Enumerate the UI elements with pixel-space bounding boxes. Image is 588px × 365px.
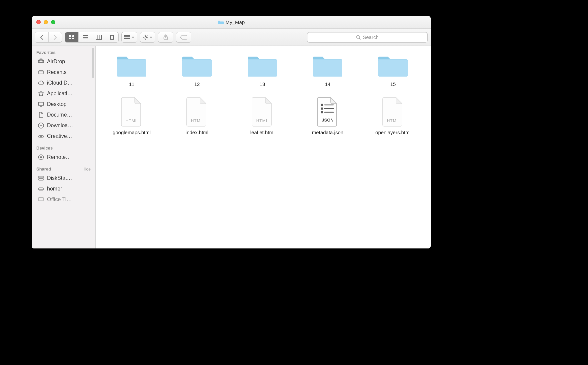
icon-view-button[interactable]: [65, 32, 78, 42]
finder-window: My_Map: [32, 16, 431, 248]
desktop-icon: [38, 101, 44, 108]
svg-rect-46: [117, 60, 146, 77]
svg-text:HTML: HTML: [191, 119, 203, 123]
sidebar-item-applications[interactable]: Applicati…: [32, 88, 95, 99]
sidebar-item-diskstation[interactable]: DiskStat…: [32, 173, 95, 183]
svg-line-27: [144, 38, 145, 39]
recents-icon: [38, 69, 44, 76]
item-label: index.html: [186, 130, 208, 135]
window-body: Favorites AirDrop Recents iCloud D…: [32, 46, 431, 248]
svg-rect-32: [39, 71, 43, 74]
sidebar-item-documents[interactable]: Docume…: [32, 110, 95, 120]
applications-icon: [38, 90, 44, 97]
svg-rect-2: [69, 38, 71, 39]
content-area[interactable]: 11 12 13 14 15 HTML googlemaps.html HTML…: [96, 46, 431, 248]
svg-text:HTML: HTML: [256, 119, 269, 123]
html-file-icon: HTML: [381, 97, 405, 127]
sidebar-item-remote-disc[interactable]: Remote…: [32, 152, 95, 163]
forward-button[interactable]: [48, 32, 62, 42]
item-label: openlayers.html: [375, 130, 411, 135]
html-file-icon: HTML: [185, 97, 209, 127]
sidebar-hide-button[interactable]: Hide: [82, 167, 91, 172]
svg-rect-0: [69, 35, 71, 37]
back-button[interactable]: [35, 32, 48, 42]
zoom-button[interactable]: [51, 20, 55, 24]
sidebar-item-label: Applicati…: [47, 91, 72, 97]
folder-item[interactable]: 11: [109, 52, 154, 87]
sidebar-scrollbar[interactable]: [92, 48, 94, 78]
folder-item[interactable]: 12: [174, 52, 220, 87]
item-label: 11: [129, 81, 135, 87]
close-button[interactable]: [36, 20, 41, 24]
svg-rect-49: [313, 60, 342, 77]
column-view-button[interactable]: [92, 32, 105, 42]
icon-grid: 11 12 13 14 15 HTML googlemaps.html HTML…: [99, 52, 426, 135]
file-item[interactable]: HTML leaflet.html: [240, 97, 285, 135]
svg-rect-11: [110, 35, 114, 39]
sidebar-item-label: Remote…: [47, 154, 71, 160]
gear-icon: [143, 35, 148, 40]
sidebar-item-creative[interactable]: Creative…: [32, 131, 95, 142]
sidebar-section-label: Devices: [36, 146, 53, 151]
folder-item[interactable]: 15: [370, 52, 416, 87]
action-menu-button[interactable]: [140, 32, 155, 42]
folder-item[interactable]: 13: [240, 52, 285, 87]
tags-button[interactable]: [176, 32, 191, 42]
folder-icon: [115, 52, 148, 79]
computer-icon: [38, 185, 44, 192]
sidebar-item-airdrop[interactable]: AirDrop: [32, 56, 95, 67]
item-label: metadata.json: [312, 130, 343, 135]
search-input[interactable]: Search: [307, 32, 427, 42]
item-label: googlemaps.html: [113, 130, 151, 135]
svg-rect-1: [72, 35, 74, 37]
file-item[interactable]: HTML index.html: [174, 97, 220, 135]
gallery-view-button[interactable]: [105, 32, 118, 42]
sidebar-item-label: Downloa…: [47, 123, 73, 129]
svg-point-54: [321, 104, 323, 106]
sidebar: Favorites AirDrop Recents iCloud D…: [32, 46, 96, 248]
file-item[interactable]: JSON metadata.json: [305, 97, 350, 135]
file-item[interactable]: HTML openlayers.html: [370, 97, 416, 135]
view-mode-buttons: [65, 32, 118, 42]
search-placeholder: Search: [363, 34, 379, 40]
item-label: leaflet.html: [250, 130, 275, 135]
svg-rect-7: [96, 35, 101, 39]
airdrop-icon: [38, 58, 44, 65]
sidebar-item-recents[interactable]: Recents: [32, 67, 95, 78]
sidebar-section-label: Shared: [36, 167, 51, 172]
file-item[interactable]: HTML googlemaps.html: [109, 97, 154, 135]
sidebar-item-label: homer: [47, 186, 62, 192]
svg-point-40: [40, 157, 42, 158]
folder-icon: [218, 20, 224, 25]
folder-item[interactable]: 14: [305, 52, 350, 87]
svg-point-39: [39, 155, 44, 160]
creative-cloud-icon: [38, 133, 44, 140]
svg-rect-17: [126, 38, 128, 39]
window-title-text: My_Map: [226, 19, 245, 25]
sidebar-item-downloads[interactable]: Downloa…: [32, 120, 95, 131]
list-view-button[interactable]: [78, 32, 92, 42]
chevron-down-icon: [132, 36, 134, 38]
share-button[interactable]: [158, 32, 173, 42]
json-file-icon: JSON: [316, 97, 339, 127]
svg-point-31: [40, 61, 42, 63]
sidebar-item-office[interactable]: Office Ti…: [32, 194, 95, 205]
svg-rect-15: [128, 35, 130, 37]
sidebar-item-icloud-drive[interactable]: iCloud D…: [32, 78, 95, 88]
chevron-down-icon: [150, 36, 152, 38]
svg-rect-34: [39, 102, 44, 106]
sidebar-item-desktop[interactable]: Desktop: [32, 99, 95, 110]
share-icon: [163, 34, 168, 40]
group-by-button[interactable]: [122, 32, 137, 42]
sidebar-item-label: Office Ti…: [47, 196, 72, 202]
sidebar-item-label: DiskStat…: [47, 175, 72, 181]
svg-rect-16: [124, 38, 126, 39]
toolbar: Search: [32, 29, 431, 46]
svg-rect-45: [39, 197, 43, 201]
svg-line-25: [147, 38, 148, 39]
html-file-icon: HTML: [120, 97, 143, 127]
html-file-icon: HTML: [251, 97, 274, 127]
sidebar-item-homer[interactable]: homer: [32, 183, 95, 194]
minimize-button[interactable]: [44, 20, 48, 24]
titlebar: My_Map: [32, 16, 431, 29]
